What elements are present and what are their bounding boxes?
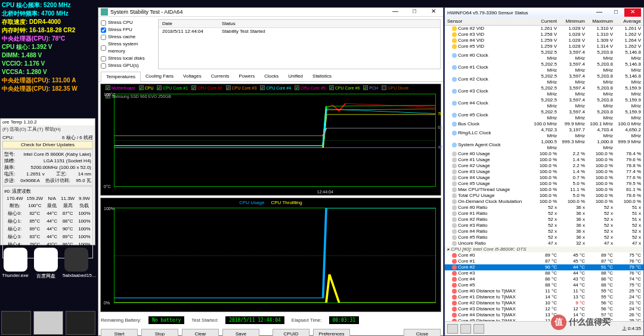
sensor-row[interactable]: Total CPU Usage 100.0 %5.0 % 100.0 %78.6… (445, 193, 643, 199)
sensor-row[interactable]: Ring/LLC Clock 4,702.3 MHz3,197.7 MHz 4,… (445, 127, 643, 139)
sensor-row[interactable]: Core #1 Ratio 52 x36 x 52 x51 x (445, 211, 643, 217)
legend-item[interactable]: CPU Core #2 (191, 85, 222, 90)
sensor-row[interactable]: Core #0 Clock 5,202.5 MHz3,597.4 MHz 5,2… (445, 50, 643, 61)
temp-icon (452, 277, 457, 282)
sensor-row[interactable]: Core #2 90 °C44 °C 91 °C79 °C (445, 264, 643, 270)
cpu-usage-chart: CPU Usage | CPU Throttling 100% 0% (100, 198, 441, 312)
tab-cooling fans[interactable]: Cooling Fans (141, 72, 178, 81)
desktop-icon[interactable]: 5abdaabed15… (63, 248, 89, 279)
stress-option[interactable]: Stress system memory (101, 41, 154, 55)
no-icon (452, 152, 457, 156)
hwinfo-header[interactable]: Sensor Current Minimum Maximum Average (445, 17, 643, 26)
stress-option[interactable]: Stress cache (101, 33, 154, 41)
foot-btn-3[interactable] (473, 324, 484, 334)
aida-tabs: TemperaturesCooling FansVoltagesCurrents… (98, 72, 443, 82)
stress-option[interactable]: Stress FPU (101, 26, 154, 33)
sensor-row[interactable]: System Agent Clock 1,000.5 MHz999.3 MHz … (445, 139, 643, 151)
aida-icon (101, 8, 108, 16)
sensor-row[interactable]: Core #4 VID 1.259 V1.028 V 1.309 V1.264 … (445, 38, 643, 44)
coretemp-menu[interactable]: (F) 选项(O) 工具(T) 帮助(H) (1, 125, 95, 133)
sensor-row[interactable]: Core #4 86 °C43 °C 86 °C74 °C (445, 276, 643, 282)
stress-option[interactable]: Stress CPU (101, 19, 154, 26)
tab-temperatures[interactable]: Temperatures (101, 72, 141, 82)
sensor-row[interactable]: Core #2 Usage 100.0 %2.2 % 100.0 %78.8 % (445, 163, 643, 169)
sensor-row[interactable]: Core #4 Ratio 52 x36 x 52 x52 x (445, 229, 643, 235)
sensor-row[interactable]: Core #2 Distance to TjMAX 10 °C9 °C 56 °… (445, 300, 643, 306)
sensor-row[interactable]: Core #3 Ratio 52 x36 x 52 x52 x (445, 223, 643, 229)
sensor-row[interactable]: Core #3 88 °C44 °C 88 °C76 °C (445, 270, 643, 276)
foot-btn-1[interactable] (447, 324, 458, 334)
minimize-button[interactable]: — (591, 8, 608, 17)
preferences-button[interactable]: Preferences (313, 329, 350, 336)
tab-unified[interactable]: Unified (283, 72, 308, 81)
sensor-row[interactable]: Core #5 VID 1.259 V1.028 V 1.314 V1.262 … (445, 44, 643, 50)
sensor-row[interactable]: Core #3 VID 1.258 V1.028 V 1.310 V1.262 … (445, 32, 643, 38)
sensor-row[interactable]: Core #1 Usage 100.0 %1.4 % 100.0 %79.6 % (445, 157, 643, 163)
stop-button[interactable]: Stop (141, 329, 178, 336)
tab-currents[interactable]: Currents (206, 72, 234, 81)
legend-item[interactable]: CPU (139, 85, 154, 90)
volt-icon (452, 38, 457, 43)
sensor-row[interactable]: Uncore Ratio 47 x32 x 47 x47 x (445, 241, 643, 246)
sensor-row[interactable]: Core #4 Usage 100.0 %0.7 % 100.0 %77.6 % (445, 175, 643, 181)
sensor-row[interactable]: Core #5 Ratio 52 x36 x 52 x52 x (445, 235, 643, 241)
sensor-row[interactable]: Core #3 Clock 5,202.5 MHz3,597.4 MHz 5,2… (445, 85, 643, 97)
no-icon (452, 193, 457, 198)
start-button[interactable]: Start (101, 329, 138, 336)
save-button[interactable]: Save (222, 329, 259, 336)
sensor-row[interactable]: Core #1 Clock 5,202.5 MHz3,597.4 MHz 5,2… (445, 61, 643, 73)
sensor-row[interactable]: On-Demand Clock Modulation 100.0 %100.0 … (445, 199, 643, 205)
sensor-row[interactable]: Core #5 Usage 100.0 %5.0 % 100.0 %79.5 % (445, 181, 643, 187)
sensor-row[interactable]: Core #4 Clock 5,202.5 MHz3,597.4 MHz 5,2… (445, 97, 643, 109)
overlay-stats: CPU 核心频率: 5200 MHz北桥时钟频率: 4700 MHz存取速度: … (2, 1, 97, 93)
legend-item[interactable]: Motherboard (106, 85, 135, 90)
osd-line: 中央处理器(CPU): 182.35 W (2, 85, 97, 93)
foot-btn-2[interactable] (460, 324, 471, 334)
sensor-row[interactable]: Core #5 88 °C44 °C 88 °C75 °C (445, 282, 643, 288)
sensor-row[interactable]: Core #1 87 °C45 °C 87 °C76 °C (445, 258, 643, 264)
maximize-button[interactable]: □ (608, 8, 624, 17)
legend-item[interactable]: CPU Core #6 (329, 85, 360, 90)
watermark: 值 什么值得买 (551, 313, 640, 331)
legend-item[interactable]: CPU Core #3 (226, 85, 257, 90)
sensor-row[interactable]: Core #5 Clock 5,202.5 MHz3,597.4 MHz 5,2… (445, 109, 643, 121)
legend-item[interactable]: CPU Core #1 (157, 85, 188, 90)
sensor-group[interactable]: ▸ CPU [#0]: Intel Core i5-8600K: DTS (445, 246, 643, 252)
close-button[interactable]: Close (404, 329, 441, 336)
sensor-row[interactable]: Core #0 Ratio 52 x36 x 52 x51 x (445, 205, 643, 211)
legend-item[interactable]: CPU Core #4 (260, 85, 291, 90)
legend-item[interactable]: GPU Diode (382, 85, 408, 90)
legend-item[interactable]: PCH (363, 85, 378, 90)
sensor-row[interactable]: Core #3 Distance to TjMAX 12 °C12 °C 56 … (445, 306, 643, 312)
sensor-row[interactable]: Core #0 89 °C45 °C 89 °C75 °C (445, 252, 643, 258)
clear-button[interactable]: Clear (182, 329, 219, 336)
legend-item[interactable]: CPU Core #5 (295, 85, 326, 90)
desktop-icon[interactable]: 百度网盘 (32, 248, 59, 279)
tab-clocks[interactable]: Clocks (259, 72, 283, 81)
hwinfo-body[interactable]: Core #2 VID 1.261 V1.028 V 1.310 V1.261 … (445, 26, 643, 321)
sensor-row[interactable]: Max CPU/Thread Usage 100.0 %11.1 % 100.0… (445, 187, 643, 193)
close-button[interactable]: ✕ (426, 8, 441, 16)
desktop-icon[interactable]: Thunder.exe (2, 248, 29, 279)
hwinfo-titlebar[interactable]: HWiNFO64 v5.79-3390 Sensor Status — □ ✕ (445, 8, 643, 17)
tab-powers[interactable]: Powers (234, 72, 259, 81)
sensor-row[interactable]: Core #0 Distance to TjMAX 11 °C11 °C 55 … (445, 288, 643, 294)
minimize-button[interactable]: — (388, 8, 402, 16)
sensor-row[interactable]: Core #2 VID 1.261 V1.028 V 1.310 V1.261 … (445, 26, 643, 32)
stress-option[interactable]: Stress local disks (101, 55, 154, 62)
cpuid-button[interactable]: CPUID (273, 329, 309, 336)
sensor-row[interactable]: Core #1 Distance to TjMAX 14 °C13 °C 55 … (445, 294, 643, 300)
check-updates-button[interactable]: Check for Driver Updates (2, 141, 93, 149)
close-button[interactable]: ✕ (624, 8, 641, 17)
sensor-row[interactable]: Core #3 Usage 100.0 %1.4 % 100.0 %77.4 % (445, 169, 643, 175)
tab-statistics[interactable]: Statistics (308, 72, 336, 81)
stress-option[interactable]: Stress GPU(s) (101, 62, 154, 69)
maximize-button[interactable]: □ (407, 8, 422, 16)
sensor-row[interactable]: Core #2 Clock 5,202.5 MHz3,597.4 MHz 5,2… (445, 73, 643, 85)
sensor-row[interactable]: Core #2 Ratio 52 x36 x 52 x51 x (445, 217, 643, 223)
sensor-row[interactable]: Core #0 Usage 100.0 %2.2 % 100.0 %78.4 % (445, 151, 643, 157)
osd-line: CPU 核心: 1.392 V (2, 43, 97, 51)
sensor-row[interactable]: Bus Clock 100.0 MHz99.9 MHz 100.1 MHz100… (445, 121, 643, 127)
tab-voltages[interactable]: Voltages (178, 72, 206, 81)
aida64-titlebar[interactable]: System Stability Test - AIDA64 — □ ✕ (98, 8, 443, 17)
